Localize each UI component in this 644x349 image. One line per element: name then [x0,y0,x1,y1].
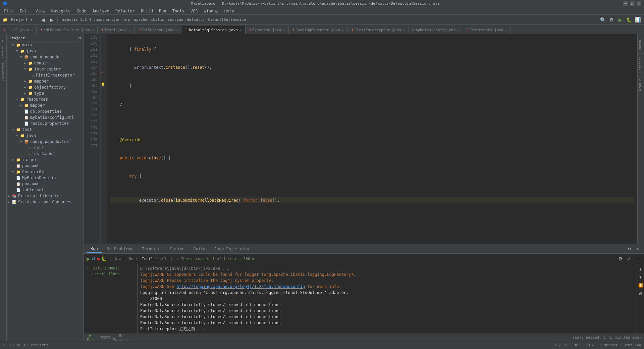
project-label[interactable]: Project ▾ [9,17,35,23]
tree-item-test1[interactable]: ☕ Test1 [7,145,84,151]
panel-close-icon[interactable]: ✕ [634,245,641,253]
close-button[interactable]: ✕ [637,1,641,6]
forward-button[interactable]: ▶ [48,16,55,23]
scroll-down-button[interactable]: ▼ [637,273,644,281]
tab-e1[interactable]: J ...e1.java × [0,26,37,34]
tree-item-test[interactable]: ▼ 📁 test [7,127,84,133]
menu-item-navigate[interactable]: Navigate [49,8,73,14]
menu-item-edit[interactable]: Edit [17,8,32,14]
tab-close-defaultsqlsession[interactable]: × [240,28,242,32]
maximize-button[interactable]: □ [630,1,635,6]
tab-cachingexecutor[interactable]: J CachingExecutor.java × [289,26,348,34]
tab-firstinterceptor[interactable]: J FirstInterceptor.java × [348,26,409,34]
tree-item-redis-prop[interactable]: 📄 redis.properties [7,120,84,127]
tree-item-com-gupaoedu-test[interactable]: ▼ 📦 com.gupaoedu.test [7,139,84,145]
breadcrumb-part-7[interactable]: DefaultSqlSession [208,17,246,22]
profile-button[interactable]: 📊 [634,16,641,23]
run-tree-test1-method[interactable]: ✓ test1 100ms [85,271,136,277]
tab-close-cachingexecutor[interactable]: × [342,28,344,32]
build-tab[interactable]: Build [189,245,209,253]
run-filter-button[interactable]: ≡ [119,257,121,261]
print-button[interactable]: 🖨 [637,290,644,297]
tree-item-interceptor[interactable]: ▼ 📁 interceptor [7,66,84,72]
run-debug-button[interactable]: 🐛 [101,256,107,261]
run-stop-button[interactable]: ■ [97,256,100,261]
tree-item-java[interactable]: ▼ 📁 java [7,48,84,54]
scroll-up-button[interactable]: ▲ [637,265,644,273]
tab-close-sqlsession[interactable]: × [176,28,178,32]
terminal-tab[interactable]: Terminal [138,245,165,253]
status-run[interactable]: ⚡ Run [9,343,20,347]
run-button-toolbar[interactable]: ▶ [616,16,624,23]
tree-item-target[interactable]: ▶ 📁 target [7,157,84,163]
menu-item-refactor[interactable]: Refactor [113,8,138,14]
code-content[interactable]: } finally { ErrorContext.instance().rese… [107,34,637,244]
status-problems[interactable]: 6: Problems [24,343,49,347]
gradle-side-tab[interactable]: Gradle [638,76,644,94]
run-panel-minimize[interactable]: ─ [634,255,641,262]
tree-item-res-mapper[interactable]: ▶ 📁 mapper [7,102,84,108]
tree-item-external-libs[interactable]: ▶ 📚 External Libraries [7,193,84,199]
breadcrumb-part-4[interactable]: ibatis [151,17,164,22]
tab-close-intercepts[interactable]: × [505,28,507,32]
problems-bottom-tab[interactable]: 6: Problems [117,334,124,341]
search-button[interactable]: 🔍 [599,16,606,23]
tree-item-chapter04[interactable]: ▼ 📁 Chapter04 [7,169,84,175]
tab-close-test1[interactable]: × [129,28,131,32]
run-sort-button[interactable]: ⇅ [115,257,118,261]
run-panel-settings[interactable]: ⚙ [616,255,624,262]
status-crlf[interactable]: CRLF [572,343,581,347]
tree-item-db-prop[interactable]: 📄 db.properties [7,108,84,114]
menu-item-analyze[interactable]: Analyze [90,8,112,14]
status-event-log[interactable]: Event Log [621,343,641,347]
spring-tab[interactable]: Spring [166,245,189,253]
tree-item-testcache1[interactable]: ☕ TestCache1 [7,151,84,157]
tree-item-com-gupaoedu[interactable]: ▼ 📦 com.gupaoedu [7,54,84,60]
run-rerun-button[interactable]: ↺ [92,256,96,261]
tab-sqlsession[interactable]: J SqlSession.java × [135,26,182,34]
todo-tab[interactable]: TODO [102,334,109,341]
tree-item-test-java[interactable]: ▼ 📁 java [7,133,84,139]
problems-tab[interactable]: 6: Problems [103,245,137,253]
status-indent[interactable]: 2 spaces [599,343,617,347]
tree-item-table-sql[interactable]: 📄 table.sql [7,187,84,193]
favorites-tab[interactable]: Favorites [1,60,6,84]
tree-item-mybatisdemo-iml[interactable]: 📄 MyBatisDemo.iml [7,175,84,181]
menu-item-vcs[interactable]: VCS [188,8,201,14]
menu-item-tools[interactable]: Tools [170,8,187,14]
scroll-to-bottom-button[interactable]: ⏬ [637,282,644,289]
breadcrumb-part-1[interactable]: mybatis-3.5.4-snapshot.jar [62,17,120,22]
debug-button-toolbar[interactable]: 🐛 [625,16,633,23]
tree-item-mybatis-config[interactable]: 📋 mybatis-config.xml [7,114,84,120]
tab-xmlmapper[interactable]: J XMLMapperBuilder.java × [37,26,98,34]
tab-close-e1[interactable]: × [31,28,33,32]
menu-item-view[interactable]: View [33,8,48,14]
database-side-tab[interactable]: Database [638,53,644,75]
tab-close-executor[interactable]: × [283,28,285,32]
menu-item-window[interactable]: Window [201,8,221,14]
maven-side-tab[interactable]: Maven [638,37,644,53]
tab-executor[interactable]: J Executor.java × [246,26,289,34]
tab-close-mybatisconfig[interactable]: × [458,28,460,32]
tab-intercepts[interactable]: J Intercepts.java × [463,26,511,34]
tab-close-xmlmapper[interactable]: × [92,28,94,32]
tree-item-pom2[interactable]: 📋 pom.xml [7,181,84,187]
menu-item-run[interactable]: Run [156,8,169,14]
settings-button[interactable]: ⚙ [608,16,615,23]
tree-item-firstinterceptor[interactable]: ☕ FirstInterceptor [7,72,84,78]
run-tree-test1[interactable]: ✓ Test1 (308ms) [85,265,136,271]
panel-settings-icon[interactable]: ⚙ [626,245,633,253]
tree-item-objectfactory[interactable]: ▶ 📁 objectfactory [7,84,84,90]
menu-item-code[interactable]: Code [74,8,89,14]
tab-defaultsqlsession[interactable]: J DefaultSqlSession.java × [182,26,246,34]
tab-test1[interactable]: J Test1.java × [98,26,134,34]
run-play-button[interactable]: ▶ [87,256,90,261]
status-charset[interactable]: UTF-8 [584,343,595,347]
tree-item-type[interactable]: ▶ 📁 type [7,90,84,96]
java-enterprise-tab[interactable]: Java Enterprise [210,245,254,253]
breadcrumb-part-2[interactable]: org [124,17,130,22]
log4j-link[interactable]: http://logging.apache.org/log4j/1.2/faq.… [176,284,305,289]
tree-item-domain[interactable]: ▶ 📁 domain [7,60,84,66]
breadcrumb-part-3[interactable]: apache [134,17,147,22]
minimize-button[interactable]: ─ [623,1,628,6]
